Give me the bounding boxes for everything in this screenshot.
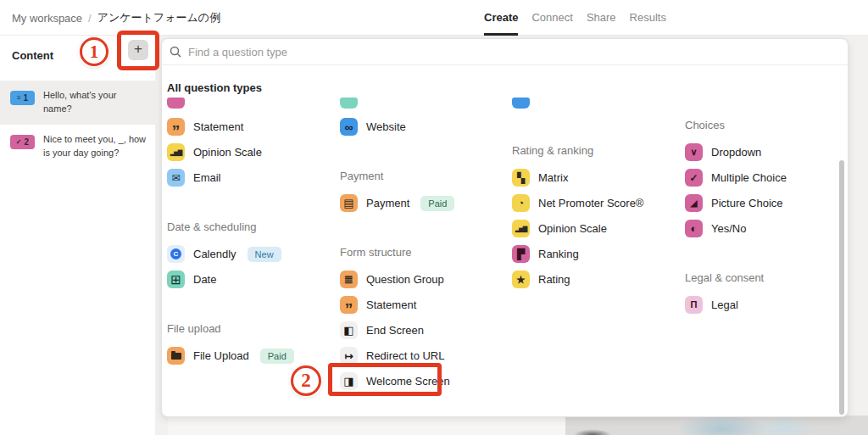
ranking-icon: ▛	[512, 245, 530, 263]
question-type-legal[interactable]: ΠLegal	[685, 296, 738, 314]
question-type-icon: ✓	[16, 138, 22, 146]
question-type-end-screen[interactable]: ◧End Screen	[340, 321, 424, 339]
question-type-opinion-scale[interactable]: ▂▅▇Opinion Scale	[167, 143, 262, 161]
category-header-payment: Payment	[340, 170, 383, 182]
question-type-statement[interactable]: ”Statement	[167, 118, 243, 136]
tab-create[interactable]: Create	[484, 0, 518, 36]
question-type-label: Picture Choice	[711, 197, 783, 209]
form-preview-photo	[565, 415, 868, 435]
question-type-net-promoter-score[interactable]: ◔Net Promoter Score®	[512, 194, 643, 212]
question-type-multiple-choice[interactable]: ✓Multiple Choice	[685, 169, 787, 187]
ranking-icon-glyph: ▛	[517, 249, 525, 259]
category-header-date-scheduling: Date & scheduling	[167, 220, 257, 233]
statement-icon-glyph: ”	[172, 123, 181, 139]
multiple-choice-icon-glyph: ✓	[689, 173, 698, 183]
question-group-icon: ≣	[340, 270, 358, 288]
email-icon: ✉	[167, 169, 185, 187]
tab-connect[interactable]: Connect	[531, 0, 572, 36]
sidebar-question-item-1[interactable]: ≡1Hello, what's your name?	[0, 81, 155, 125]
search-row	[162, 39, 848, 65]
statement-icon: ”	[167, 118, 185, 136]
question-type-email[interactable]: ✉Email	[167, 169, 221, 187]
redirect-icon: ↦	[340, 347, 358, 365]
rating-icon: ★	[512, 270, 530, 288]
question-type-label: Payment	[366, 197, 409, 209]
badge-paid: Paid	[420, 196, 454, 211]
end-screen-icon: ◧	[340, 321, 358, 339]
question-type-website[interactable]: ∞Website	[340, 118, 406, 136]
breadcrumb-workspace[interactable]: My workspace	[12, 12, 82, 25]
question-type-rating[interactable]: ★Rating	[512, 270, 570, 288]
question-type-label: Matrix	[538, 171, 568, 184]
question-badge: ✓2	[10, 135, 35, 149]
opinion-scale-icon: ▂▅▇	[167, 143, 185, 161]
question-type-panel: All question types ”Statement▂▅▇Opinion …	[161, 38, 849, 417]
question-type-payment[interactable]: ▤PaymentPaid	[340, 194, 454, 212]
opinion-scale-icon: ▂▅▇	[512, 220, 530, 237]
question-type-question-group[interactable]: ≣Question Group	[340, 270, 444, 288]
question-type-dropdown[interactable]: ∨Dropdown	[685, 143, 761, 161]
question-list: ≡1Hello, what's your name?✓2Nice to meet…	[0, 81, 155, 169]
question-type-picture-choice[interactable]: ◢Picture Choice	[685, 194, 783, 212]
question-type-matrix[interactable]: ▚Matrix	[512, 169, 568, 187]
question-type-redirect-to-url[interactable]: ↦Redirect to URL	[340, 347, 444, 365]
question-type-label: Opinion Scale	[538, 222, 607, 235]
search-icon	[170, 46, 181, 58]
sidebar-question-item-2[interactable]: ✓2Nice to meet you, _, how is your day g…	[0, 125, 155, 169]
website-icon-glyph: ∞	[345, 121, 353, 133]
rating-icon-glyph: ★	[516, 275, 526, 285]
question-type-ranking[interactable]: ▛Ranking	[512, 245, 579, 263]
tab-results[interactable]: Results	[630, 0, 666, 36]
payment-icon-glyph: ▤	[343, 198, 353, 209]
statement-icon-glyph: ”	[345, 301, 353, 317]
main-nav-tabs: CreateConnectShareResults	[484, 0, 666, 36]
annotation-step-1-badge: 1	[80, 37, 108, 66]
clipped-question-type-icon	[340, 98, 358, 109]
category-header-choices: Choices	[685, 119, 725, 131]
question-title: Nice to meet you, _, how is your day goi…	[43, 133, 147, 160]
question-type-label: Rating	[538, 273, 570, 286]
dropdown-icon-glyph: ∨	[690, 148, 697, 157]
redirect-icon-glyph: ↦	[344, 351, 353, 361]
question-group-icon-glyph: ≣	[344, 274, 353, 285]
question-type-calendly[interactable]: CCalendlyNew	[167, 245, 281, 263]
question-type-opinion-scale[interactable]: ▂▅▇Opinion Scale	[512, 220, 607, 237]
question-number: 1	[24, 93, 29, 103]
category-header-form-structure: Form structure	[340, 246, 412, 259]
badge-paid: Paid	[260, 349, 294, 364]
question-type-label: Redirect to URL	[366, 349, 444, 362]
content-sidebar: Content ≡1Hello, what's your name?✓2Nice…	[0, 36, 155, 435]
breadcrumb-separator: /	[88, 12, 92, 25]
legal-icon-glyph: Π	[691, 300, 698, 310]
category-header-rating-ranking: Rating & ranking	[512, 144, 593, 157]
panel-scrollbar-thumb[interactable]	[839, 160, 844, 415]
end-screen-icon-glyph: ◧	[343, 325, 353, 336]
clipped-question-type-icon	[167, 98, 185, 109]
question-type-label: Statement	[193, 120, 243, 133]
question-type-label: File Upload	[193, 349, 249, 362]
search-input[interactable]	[188, 46, 612, 59]
picture-choice-icon-glyph: ◢	[691, 199, 698, 208]
annotation-step-2-badge: 2	[291, 365, 321, 396]
question-title: Hello, what's your name?	[43, 89, 147, 116]
question-type-file-upload[interactable]: File UploadPaid	[167, 347, 294, 365]
date-icon-glyph: ⊞	[170, 273, 181, 286]
question-number: 2	[25, 137, 30, 147]
question-type-label: Website	[366, 120, 406, 133]
breadcrumb: My workspace / アンケートフォームの例	[12, 0, 220, 36]
email-icon-glyph: ✉	[171, 173, 180, 183]
question-type-yes-no[interactable]: ◐Yes/No	[685, 220, 746, 237]
yes-no-icon-glyph: ◐	[691, 223, 698, 234]
badge-new: New	[248, 247, 281, 262]
question-type-label: Email	[193, 171, 221, 184]
question-type-statement[interactable]: ”Statement	[340, 296, 416, 314]
question-type-label: Yes/No	[711, 222, 746, 235]
tab-share[interactable]: Share	[587, 0, 616, 36]
category-header-legal-consent: Legal & consent	[685, 271, 764, 284]
nps-icon: ◔	[512, 194, 530, 212]
website-icon: ∞	[340, 118, 358, 136]
legal-icon: Π	[685, 296, 703, 314]
dropdown-icon: ∨	[685, 143, 703, 161]
statement-icon: ”	[340, 296, 358, 314]
question-type-date[interactable]: ⊞Date	[167, 270, 216, 288]
